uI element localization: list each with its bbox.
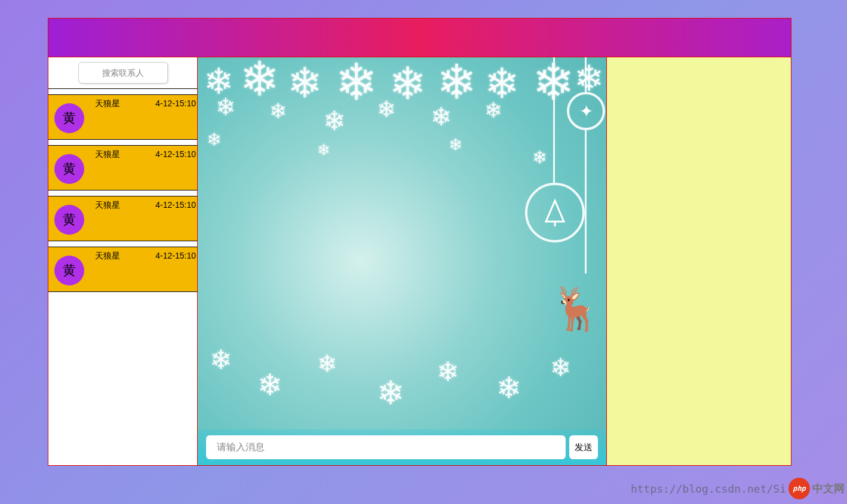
ornament-string <box>585 57 587 93</box>
contacts-list: 黄 天狼星 4-12-15:10 黄 天狼星 4-12-15:10 黄 天狼星 … <box>48 89 197 465</box>
ornament-string <box>553 57 555 183</box>
deer-icon: 🦌 <box>550 284 602 333</box>
ornament-string <box>585 130 587 273</box>
message-input-row: 发送 <box>206 435 598 459</box>
message-input[interactable] <box>206 435 566 459</box>
chat-panel: ❄ ❄ ❄ ❄ ❄ ❄ ❄ ❄ ❄ ❄ ❄ ❄ ❄ ❄ ❄ ❄ ❄ ❄ ❄ ❄ <box>198 57 607 465</box>
contact-name: 天狼星 <box>95 149 120 160</box>
list-divider <box>48 241 197 247</box>
contact-item[interactable]: 黄 天狼星 4-12-15:10 <box>48 146 197 190</box>
contact-time: 4-12-15:10 <box>155 251 196 260</box>
chat-background-decoration: ❄ ❄ ❄ ❄ ❄ ❄ ❄ ❄ ❄ ❄ ❄ ❄ ❄ ❄ ❄ ❄ ❄ ❄ ❄ ❄ <box>198 57 606 465</box>
watermark-url: https://blog.csdn.net/Si <box>631 483 786 495</box>
app-container: 黄 天狼星 4-12-15:10 黄 天狼星 4-12-15:10 黄 天狼星 … <box>48 18 791 466</box>
list-divider <box>48 190 197 196</box>
list-divider <box>48 140 197 146</box>
contact-time: 4-12-15:10 <box>155 200 196 210</box>
watermark-suffix: 中文网 <box>812 481 845 496</box>
avatar: 黄 <box>54 256 84 285</box>
star-ornament-icon: ✦ <box>567 92 605 130</box>
search-row <box>48 57 197 89</box>
avatar: 黄 <box>54 154 84 184</box>
search-input[interactable] <box>78 62 168 84</box>
header-banner <box>48 19 791 57</box>
contact-time: 4-12-15:10 <box>155 99 196 108</box>
avatar: 黄 <box>54 103 84 133</box>
php-logo-icon: php <box>788 478 810 499</box>
avatar: 黄 <box>54 205 84 235</box>
list-divider <box>48 89 197 95</box>
contact-item[interactable]: 黄 天狼星 4-12-15:10 <box>48 196 197 241</box>
right-panel <box>607 57 791 465</box>
svg-marker-0 <box>546 201 564 222</box>
send-button[interactable]: 发送 <box>569 435 598 459</box>
contact-item[interactable]: 黄 天狼星 4-12-15:10 <box>48 247 197 292</box>
tree-ornament-icon <box>525 183 585 242</box>
contact-name: 天狼星 <box>95 251 120 262</box>
contact-item[interactable]: 黄 天狼星 4-12-15:10 <box>48 95 197 140</box>
contacts-sidebar: 黄 天狼星 4-12-15:10 黄 天狼星 4-12-15:10 黄 天狼星 … <box>48 57 198 465</box>
main-area: 黄 天狼星 4-12-15:10 黄 天狼星 4-12-15:10 黄 天狼星 … <box>48 57 791 465</box>
watermark: https://blog.csdn.net/Si php 中文网 <box>631 478 845 499</box>
contact-name: 天狼星 <box>95 200 120 211</box>
contact-name: 天狼星 <box>95 99 120 109</box>
contact-time: 4-12-15:10 <box>155 149 196 159</box>
